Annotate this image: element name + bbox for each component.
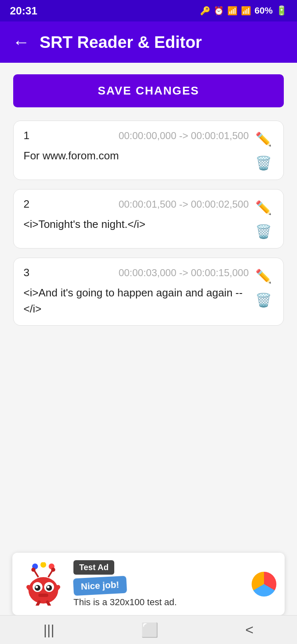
entry-2-delete-button[interactable]: 🗑️ (254, 223, 273, 240)
entry-2-text: <i>Tonight's the night.</i> (24, 216, 249, 232)
entry-2-main: 2 00:00:01,500 -> 00:00:02,500 <i>Tonigh… (24, 198, 249, 232)
battery-icon: 🔋 (276, 5, 287, 16)
ad-creature-image (21, 561, 66, 607)
svg-point-8 (35, 586, 38, 588)
svg-rect-14 (38, 594, 48, 597)
entry-1-time: 00:00:00,000 -> 00:00:01,500 (118, 130, 249, 142)
nav-home-button[interactable]: ⬜ (131, 618, 168, 642)
back-button[interactable]: ← (12, 33, 30, 51)
svg-line-12 (48, 571, 52, 577)
svg-line-10 (34, 571, 38, 577)
subtitle-entry-2: 2 00:00:01,500 -> 00:00:02,500 <i>Tonigh… (13, 189, 284, 249)
entry-2-edit-button[interactable]: ✏️ (254, 199, 273, 216)
status-time: 20:31 (10, 5, 38, 17)
entry-3-main: 3 00:00:03,000 -> 00:00:15,000 <i>And it… (24, 266, 249, 317)
entry-1-edit-button[interactable]: ✏️ (254, 131, 273, 147)
entry-3-header: 3 00:00:03,000 -> 00:00:15,000 (24, 266, 249, 279)
ad-middle: Test Ad Nice job! This is a 320x100 test… (73, 560, 244, 608)
entry-1-main: 1 00:00:00,000 -> 00:00:01,500 For www.f… (24, 129, 249, 164)
entry-3-delete-button[interactable]: 🗑️ (254, 292, 273, 308)
entry-2-header: 2 00:00:01,500 -> 00:00:02,500 (24, 198, 249, 211)
entry-2-number: 2 (24, 198, 29, 211)
nav-recent-apps-button[interactable]: ||| (33, 618, 64, 641)
signal-icon: 📶 (241, 6, 251, 16)
entry-1-number: 1 (24, 129, 29, 142)
ad-banner: Test Ad Nice job! This is a 320x100 test… (12, 553, 285, 615)
nav-back-button[interactable]: < (236, 618, 264, 641)
entry-3-actions: ✏️ 🗑️ (254, 266, 273, 308)
entry-2-time: 00:00:01,500 -> 00:00:02,500 (118, 199, 249, 210)
status-bar: 20:31 🔑 ⏰ 📶 📶 60% 🔋 (0, 0, 297, 21)
alarm-icon: ⏰ (214, 6, 224, 16)
entry-2-actions: ✏️ 🗑️ (254, 198, 273, 240)
svg-line-18 (47, 602, 50, 606)
status-icons: 🔑 ⏰ 📶 📶 60% 🔋 (200, 5, 287, 16)
wifi-icon: 📶 (227, 6, 238, 16)
entry-3-number: 3 (24, 266, 29, 279)
ad-highlight: Nice job! (73, 576, 127, 596)
svg-point-11 (31, 568, 35, 572)
subtitle-entry-1: 1 00:00:00,000 -> 00:00:01,500 For www.f… (13, 121, 284, 180)
svg-line-17 (37, 602, 39, 606)
bottom-nav: ||| ⬜ < (0, 615, 297, 644)
svg-point-1 (40, 562, 46, 568)
entry-1-delete-button[interactable]: 🗑️ (254, 155, 273, 171)
svg-point-13 (51, 568, 55, 572)
ad-logo (252, 572, 276, 597)
app-title: SRT Reader & Editor (40, 33, 202, 52)
entry-3-edit-button[interactable]: ✏️ (254, 268, 273, 284)
subtitle-entry-3: 3 00:00:03,000 -> 00:00:15,000 <i>And it… (13, 258, 284, 326)
entry-1-text: For www.forom.com (24, 148, 249, 164)
save-changes-button[interactable]: SAVE CHANGES (13, 74, 284, 107)
ad-description: This is a 320x100 test ad. (73, 597, 244, 608)
battery-label: 60% (255, 5, 273, 16)
entry-3-text: <i>And it's going to happen again and ag… (24, 285, 249, 317)
entry-1-header: 1 00:00:00,000 -> 00:00:01,500 (24, 129, 249, 142)
ad-badge: Test Ad (73, 560, 114, 575)
app-bar: ← SRT Reader & Editor (0, 21, 297, 63)
key-icon: 🔑 (200, 6, 210, 16)
entry-1-actions: ✏️ 🗑️ (254, 129, 273, 171)
svg-point-9 (47, 586, 50, 588)
entry-3-time: 00:00:03,000 -> 00:00:15,000 (118, 267, 249, 279)
